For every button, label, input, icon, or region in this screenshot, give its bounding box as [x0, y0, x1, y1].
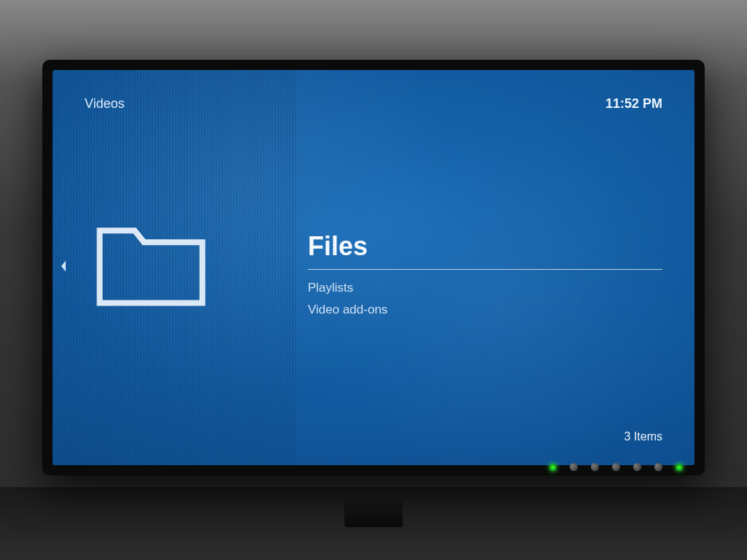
menu-item-video-addons[interactable]: Video add-ons — [308, 299, 662, 321]
monitor-button — [633, 463, 641, 471]
item-count-label: 3 Items — [624, 430, 662, 443]
clock: 11:52 PM — [605, 96, 662, 112]
monitor-bezel: Videos 11:52 PM Files Playlists Video ad… — [42, 60, 705, 475]
folder-icon — [93, 300, 209, 313]
screen-area: Videos 11:52 PM Files Playlists Video ad… — [53, 70, 694, 465]
power-led-icon — [549, 464, 557, 471]
svg-marker-0 — [61, 261, 66, 272]
status-led-icon — [676, 464, 683, 471]
menu-item-files[interactable]: Files — [308, 227, 662, 270]
chevron-left-icon[interactable] — [58, 260, 69, 276]
monitor-button — [591, 463, 599, 471]
preview-icon-panel — [93, 216, 209, 314]
monitor-button — [654, 463, 662, 471]
section-title: Videos — [85, 96, 125, 112]
menu-list: Files Playlists Video add-ons — [308, 227, 662, 321]
header-bar: Videos 11:52 PM — [53, 70, 694, 112]
monitor-button — [570, 463, 578, 471]
monitor-controls — [549, 463, 683, 471]
menu-item-playlists[interactable]: Playlists — [308, 277, 662, 299]
monitor-stand — [344, 498, 403, 527]
monitor-button — [612, 463, 620, 471]
